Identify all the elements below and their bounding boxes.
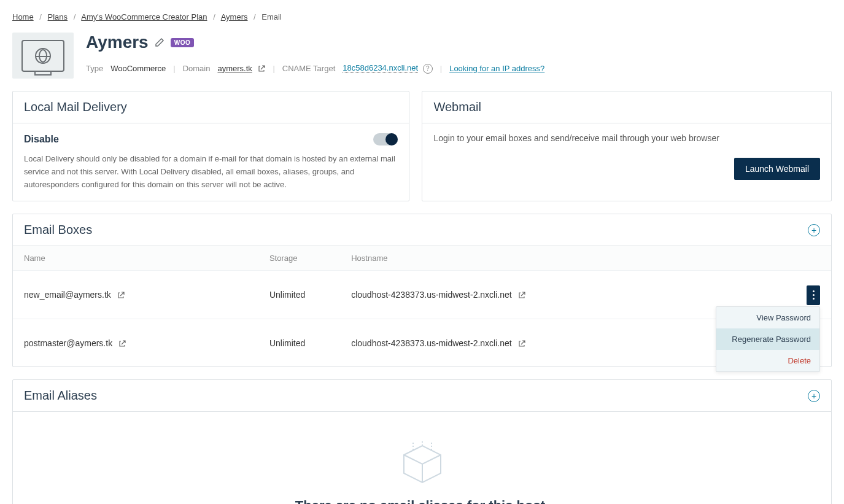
breadcrumb-plans[interactable]: Plans (48, 12, 68, 21)
empty-box-icon (392, 436, 453, 486)
local-mail-card: Local Mail Delivery Disable Local Delive… (12, 91, 409, 201)
external-link-icon[interactable] (114, 290, 125, 300)
email-storage: Unlimited (269, 290, 305, 300)
external-link-icon[interactable] (115, 338, 126, 348)
external-link-icon[interactable] (514, 338, 525, 348)
breadcrumb: Home / Plans / Amy's WooCommerce Creator… (12, 12, 832, 21)
ip-address-link[interactable]: Looking for an IP address? (449, 64, 544, 73)
col-hostname: Hostname (340, 246, 790, 271)
site-thumbnail (12, 33, 74, 79)
email-hostname: cloudhost-4238373.us-midwest-2.nxcli.net (351, 338, 511, 348)
add-email-box-button[interactable]: + (808, 224, 820, 236)
menu-regenerate-password[interactable]: Regenerate Password (716, 328, 819, 350)
email-boxes-table: Name Storage Hostname new_email@aymers.t… (13, 246, 831, 366)
launch-webmail-button[interactable]: Launch Webmail (734, 158, 820, 180)
type-value: WooCommerce (110, 64, 166, 73)
external-link-icon (254, 64, 265, 73)
email-hostname: cloudhost-4238373.us-midwest-2.nxcli.net (351, 290, 511, 300)
row-actions-menu: View Password Regenerate Password Delete (716, 306, 820, 372)
email-name: postmaster@aymers.tk (24, 338, 112, 348)
email-name: new_email@aymers.tk (24, 290, 111, 300)
email-storage: Unlimited (269, 338, 305, 348)
email-boxes-card: Email Boxes + Name Storage Hostname new_… (12, 214, 832, 367)
cname-link[interactable]: 18c58d6234.nxcli.net (343, 63, 418, 73)
breadcrumb-site[interactable]: Aymers (221, 12, 248, 21)
external-link-icon[interactable] (514, 290, 525, 300)
help-icon[interactable]: ? (423, 64, 433, 74)
breadcrumb-home[interactable]: Home (12, 12, 34, 21)
type-label: Type (86, 64, 103, 73)
cname-label: CNAME Target (282, 64, 335, 73)
domain-label: Domain (183, 64, 211, 73)
breadcrumb-current: Email (261, 12, 282, 21)
header-meta: Type WooCommerce | Domain aymers.tk | CN… (86, 63, 832, 74)
pencil-icon[interactable] (155, 37, 165, 47)
woo-badge: WOO (171, 38, 195, 47)
globe-icon (35, 48, 51, 64)
page-title: Aymers (86, 33, 149, 52)
email-boxes-title: Email Boxes (24, 223, 92, 237)
webmail-desc: Login to your email boxes and send/recei… (433, 133, 820, 143)
table-row: postmaster@aymers.tk Unlimited cloudhost… (13, 319, 831, 366)
disable-label: Disable (24, 134, 59, 145)
empty-aliases-text: There are no email aliases for this host… (25, 498, 819, 504)
disable-toggle[interactable] (373, 133, 398, 145)
email-aliases-card: Email Aliases + There are no email alias… (12, 379, 832, 504)
breadcrumb-plan[interactable]: Amy's WooCommerce Creator Plan (81, 12, 207, 21)
email-aliases-title: Email Aliases (24, 389, 97, 403)
domain-link[interactable]: aymers.tk (217, 64, 252, 73)
local-mail-title: Local Mail Delivery (24, 100, 398, 114)
menu-view-password[interactable]: View Password (716, 307, 819, 328)
table-row: new_email@aymers.tk Unlimited cloudhost-… (13, 271, 831, 319)
webmail-title: Webmail (433, 100, 820, 114)
page-header: Aymers WOO Type WooCommerce | Domain aym… (12, 33, 832, 79)
menu-delete[interactable]: Delete (716, 350, 819, 371)
local-mail-help: Local Delivery should only be disabled f… (24, 153, 398, 191)
col-storage: Storage (258, 246, 340, 271)
col-name: Name (13, 246, 258, 271)
add-email-alias-button[interactable]: + (808, 390, 820, 402)
webmail-card: Webmail Login to your email boxes and se… (422, 91, 832, 201)
row-actions-button[interactable] (807, 285, 820, 305)
